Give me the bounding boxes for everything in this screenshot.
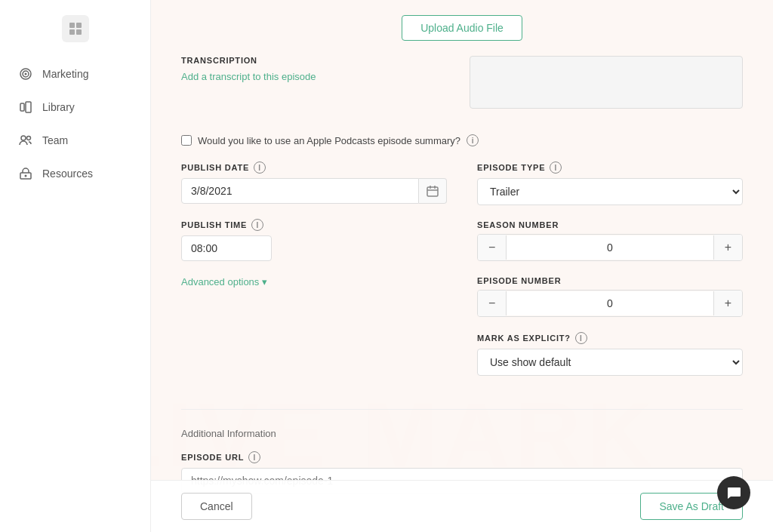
episode-number-field: EPISODE NUMBER − + (477, 276, 743, 317)
additional-info-label: Additional Information (181, 428, 743, 439)
season-number-stepper: − + (477, 234, 743, 261)
svg-rect-7 (20, 103, 24, 111)
apple-podcasts-info-icon[interactable]: i (467, 134, 479, 146)
episode-number-stepper: − + (477, 290, 743, 317)
publish-time-label: PUBLISH TIME i (181, 219, 447, 231)
season-increment-button[interactable]: + (714, 235, 742, 260)
season-number-field: SEASON NUMBER − + (477, 220, 743, 261)
explicit-label: MARK AS EXPLICIT? i (477, 332, 743, 344)
cancel-button[interactable]: Cancel (181, 493, 252, 520)
col-left: PUBLISH DATE i (181, 161, 447, 391)
episode-number-label: EPISODE NUMBER (477, 276, 743, 285)
publish-date-field: PUBLISH DATE i (181, 161, 447, 204)
episode-type-label: EPISODE TYPE i (477, 161, 743, 174)
svg-rect-3 (76, 29, 82, 35)
top-textarea-row: TRANSCRIPTION Add a transcript to this e… (181, 56, 743, 109)
chat-bubble[interactable] (717, 476, 750, 509)
sidebar-label-team: Team (42, 134, 68, 146)
publish-date-label: PUBLISH DATE i (181, 161, 447, 174)
main-container: LIVE MARK Marketing (0, 0, 773, 532)
season-decrement-button[interactable]: − (478, 235, 506, 260)
transcription-section: TRANSCRIPTION Add a transcript to this e… (181, 56, 454, 83)
col-right: EPISODE TYPE i Full Trailer Bonus SEASON… (477, 161, 743, 391)
sidebar-top-logo (62, 15, 89, 42)
svg-point-12 (25, 175, 27, 177)
episode-url-info-icon[interactable]: i (248, 451, 260, 463)
transcript-link[interactable]: Add a transcript to this episode (181, 71, 316, 82)
episode-decrement-button[interactable]: − (478, 291, 506, 316)
target-icon (18, 66, 33, 81)
apple-podcasts-label: Would you like to use an Apple Podcasts … (198, 135, 460, 146)
publish-time-input[interactable] (181, 235, 272, 261)
chevron-down-icon: ▾ (262, 276, 267, 288)
date-input-row (181, 178, 447, 204)
transcription-label: TRANSCRIPTION (181, 56, 454, 65)
svg-point-6 (25, 73, 27, 75)
sidebar-item-marketing[interactable]: Marketing (0, 57, 150, 91)
apple-podcasts-row: Would you like to use an Apple Podcasts … (181, 127, 743, 146)
content-area: Upload Audio File TRANSCRIPTION Add a tr… (151, 0, 773, 532)
sidebar-item-library[interactable]: Library (0, 91, 150, 124)
gray-box-top (470, 56, 743, 109)
action-bar: Cancel Save As Draft (151, 480, 773, 532)
sidebar-label-resources: Resources (42, 168, 93, 180)
explicit-select[interactable]: Use show default Yes No (477, 349, 743, 376)
sidebar-label-library: Library (42, 101, 75, 113)
upload-audio-button[interactable]: Upload Audio File (402, 15, 522, 41)
publish-time-info-icon[interactable]: i (251, 219, 263, 231)
library-icon (18, 100, 33, 115)
season-number-label: SEASON NUMBER (477, 220, 743, 229)
episode-number-input[interactable] (506, 291, 713, 315)
left-panel: TRANSCRIPTION Add a transcript to this e… (181, 56, 454, 109)
content-inner: Upload Audio File TRANSCRIPTION Add a tr… (151, 0, 773, 532)
episode-increment-button[interactable]: + (714, 291, 742, 316)
svg-rect-8 (26, 102, 31, 112)
resources-icon (18, 166, 33, 181)
right-panel (470, 56, 743, 109)
upload-section: Upload Audio File (181, 15, 743, 41)
sidebar-label-marketing: Marketing (42, 68, 88, 80)
publish-time-field: PUBLISH TIME i (181, 219, 447, 261)
advanced-options-link[interactable]: Advanced options ▾ (181, 276, 447, 288)
calendar-button[interactable] (419, 178, 447, 204)
sidebar-item-resources[interactable]: Resources (0, 157, 150, 190)
sidebar-item-team[interactable]: Team (0, 124, 150, 157)
publish-date-input[interactable] (181, 178, 419, 204)
section-divider (181, 409, 743, 410)
sidebar: Marketing Library Team (0, 0, 151, 532)
svg-rect-1 (76, 23, 82, 28)
publish-date-info-icon[interactable]: i (254, 161, 266, 174)
season-number-input[interactable] (506, 235, 713, 260)
team-icon (18, 133, 33, 148)
svg-rect-13 (427, 187, 438, 196)
apple-podcasts-checkbox[interactable] (181, 135, 192, 146)
svg-rect-2 (69, 29, 75, 35)
explicit-field: MARK AS EXPLICIT? i Use show default Yes… (477, 332, 743, 376)
episode-url-label: EPISODE URL i (181, 451, 743, 463)
episode-type-select[interactable]: Full Trailer Bonus (477, 178, 743, 205)
episode-type-field: EPISODE TYPE i Full Trailer Bonus (477, 161, 743, 205)
explicit-info-icon[interactable]: i (575, 332, 587, 344)
svg-point-9 (21, 136, 26, 140)
svg-point-10 (27, 137, 31, 140)
episode-type-info-icon[interactable]: i (550, 161, 562, 174)
two-col-layout: PUBLISH DATE i (181, 161, 743, 391)
svg-rect-0 (69, 23, 75, 28)
